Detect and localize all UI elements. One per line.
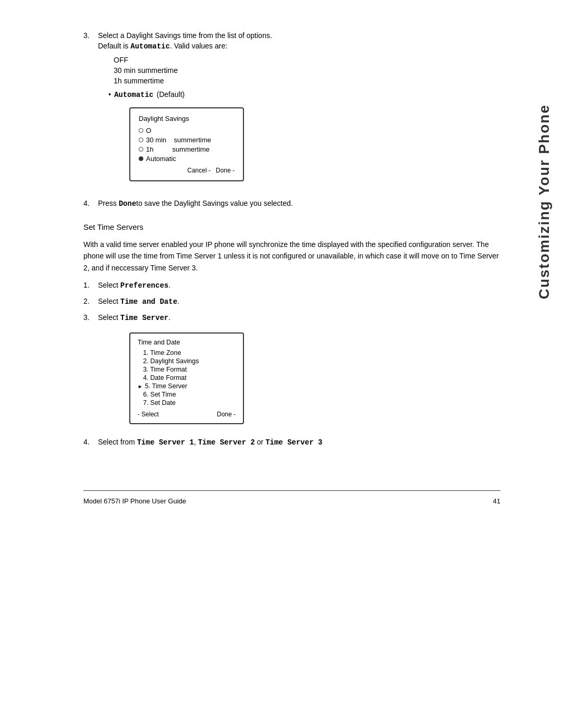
menu-item-6: 7. Set Date: [138, 399, 236, 406]
ts-step4-number: 4.: [83, 438, 94, 449]
arrow-icon: ►: [138, 384, 143, 389]
radio-empty-1: [139, 138, 143, 142]
ts-step1: 1. Select Preferences.: [83, 281, 500, 292]
radio-label-1: 30 min summertime: [146, 136, 211, 144]
option-1h: 1h summertime: [114, 77, 500, 85]
done-label2: Done -: [217, 411, 236, 418]
radio-row-3: Automatic: [139, 155, 235, 163]
section-heading: Set Time Servers: [83, 223, 500, 231]
daylight-screen: Daylight Savings O 30 min summertime 1h …: [129, 107, 244, 181]
radio-empty-0: [139, 128, 143, 133]
radio-row-1: 30 min summertime: [139, 136, 235, 144]
ts-step2-number: 2.: [83, 297, 94, 308]
radio-row-0: O: [139, 127, 235, 134]
select-label: - Select: [138, 411, 159, 418]
step3-content: Select a Daylight Savings time from the …: [98, 31, 500, 190]
step4-content: Press Doneto save the Daylight Savings v…: [98, 199, 500, 210]
radio-row-2: 1h summertime: [139, 145, 235, 153]
body-paragraph: With a valid time server enabled your IP…: [83, 239, 500, 274]
screen-footer2: - Select Done -: [138, 411, 236, 418]
step4-text: Press Doneto save the Daylight Savings v…: [98, 199, 500, 208]
step3-daylight: 3. Select a Daylight Savings time from t…: [83, 31, 500, 190]
done-label: Done -: [216, 167, 235, 174]
ts-step1-number: 1.: [83, 281, 94, 292]
daylight-screen-title: Daylight Savings: [139, 115, 235, 122]
menu-item-5: 6. Set Time: [138, 391, 236, 398]
step3-default: Default is Automatic. Valid values are:: [98, 42, 500, 51]
menu-item-2: 3. Time Format: [138, 366, 236, 373]
bullet-automatic: • Automatic (Default): [108, 90, 500, 99]
time-date-title: Time and Date: [138, 339, 236, 346]
side-title: Customizing Your Phone: [536, 104, 553, 299]
footer-page: 41: [493, 497, 500, 505]
radio-label-3: Automatic: [146, 155, 176, 163]
ts-step2: 2. Select Time and Date.: [83, 297, 500, 308]
step3-intro: Select a Daylight Savings time from the …: [98, 31, 500, 40]
radio-label-2: 1h summertime: [146, 145, 210, 153]
radio-empty-2: [139, 147, 143, 152]
screen-footer: Cancel - Done -: [139, 167, 235, 174]
step3-number: 3.: [83, 31, 94, 190]
menu-item-1: 2. Daylight Savings: [138, 357, 236, 365]
radio-label-0: O: [146, 127, 151, 134]
menu-item-4: ► 5. Time Server: [138, 382, 236, 390]
menu-item-0: 1. Time Zone: [138, 349, 236, 356]
footer-model: Model 6757i IP Phone User Guide: [83, 497, 186, 505]
step4-number: 4.: [83, 199, 94, 210]
cancel-label: Cancel -: [187, 167, 211, 174]
menu-item-3: 4. Date Format: [138, 374, 236, 381]
ts-step3-number: 3.: [83, 313, 94, 433]
footer-content: Model 6757i IP Phone User Guide 41: [83, 497, 500, 505]
radio-filled-3: [139, 156, 143, 161]
option-30min: 30 min summertime: [114, 66, 500, 75]
footer-line: [83, 490, 500, 491]
ts-step3: 3. Select Time Server. Time and Date 1. …: [83, 313, 500, 433]
ts-step4: 4. Select from Time Server 1, Time Serve…: [83, 438, 500, 449]
option-off: OFF: [114, 56, 500, 64]
option-list: OFF 30 min summertime 1h summertime: [114, 56, 500, 85]
step4-daylight: 4. Press Doneto save the Daylight Saving…: [83, 199, 500, 210]
time-date-screen: Time and Date 1. Time Zone 2. Daylight S…: [129, 332, 244, 424]
time-server-steps: 1. Select Preferences. 2. Select Time an…: [83, 281, 500, 433]
